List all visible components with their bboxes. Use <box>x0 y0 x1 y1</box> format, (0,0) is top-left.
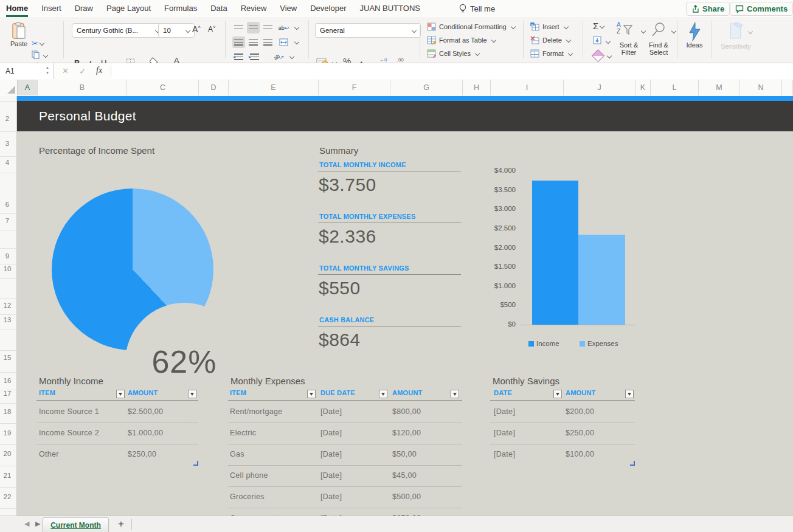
filter-dropdown-button[interactable] <box>553 390 562 398</box>
menu-item-developer[interactable]: Developer <box>310 0 346 17</box>
column-header-N[interactable]: N <box>740 80 782 95</box>
table-cell[interactable]: $120,00 <box>392 423 421 444</box>
align-top-button[interactable] <box>232 22 245 33</box>
table-cell[interactable]: $50,00 <box>392 444 417 465</box>
table-cell[interactable]: Gas <box>230 444 244 465</box>
enter-icon[interactable]: ✓ <box>79 66 86 76</box>
table-row[interactable]: Other$250,00 <box>36 444 198 465</box>
table-cell[interactable]: $1.000,00 <box>128 423 163 444</box>
filter-dropdown-button[interactable] <box>307 390 316 398</box>
column-header-M[interactable]: M <box>699 80 740 95</box>
conditional-formatting-button[interactable]: Conditional Formatting <box>427 22 515 31</box>
row-header-6[interactable]: 6 <box>0 201 15 208</box>
copy-chevron[interactable] <box>43 53 48 58</box>
table-row[interactable]: Income Source 2$1.000,00 <box>36 423 198 444</box>
table-row[interactable]: Groceries[Date]$500,00 <box>228 486 462 508</box>
row-header-22[interactable]: 22 <box>0 493 15 500</box>
filter-dropdown-button[interactable] <box>451 390 459 398</box>
table-row[interactable]: Gas[Date]$50,00 <box>228 444 462 466</box>
name-box[interactable]: A1 ▲▼ <box>0 63 54 79</box>
decrease-font-icon[interactable]: A˅ <box>208 24 216 33</box>
row-header-17[interactable]: 17 <box>0 390 15 397</box>
table-cell[interactable]: $2.500,00 <box>128 401 163 423</box>
row-header-18[interactable]: 18 <box>0 408 15 415</box>
table-cell[interactable]: [Date] <box>494 444 515 465</box>
table-row[interactable]: Electric[Date]$120,00 <box>228 423 462 444</box>
align-center-button[interactable] <box>247 36 260 48</box>
wrap-text-chevron[interactable] <box>294 25 299 30</box>
row-header-4[interactable]: 4 <box>0 159 15 166</box>
format-as-table-button[interactable]: Format as Table <box>427 36 496 44</box>
filter-dropdown-button[interactable] <box>188 390 196 398</box>
table-cell[interactable]: [Date] <box>494 401 515 423</box>
number-format-select[interactable]: General <box>315 23 421 38</box>
table-cell[interactable]: Car payment <box>230 508 275 516</box>
wrap-text-button[interactable]: ab↩ <box>277 22 290 33</box>
table-cell[interactable]: Income Source 1 <box>39 401 99 423</box>
column-header-H[interactable]: H <box>463 80 491 95</box>
paste-button[interactable]: Paste <box>7 22 30 47</box>
align-right-button[interactable] <box>261 36 274 48</box>
formula-input[interactable] <box>111 63 793 79</box>
table-cell[interactable]: Electric <box>230 423 256 444</box>
table-cell[interactable]: [Date] <box>320 508 342 516</box>
table-cell[interactable]: [Date] <box>320 423 342 444</box>
decrease-indent-button[interactable]: ◂ <box>232 51 245 63</box>
column-header-K[interactable]: K <box>635 80 651 95</box>
clear-chevron[interactable] <box>607 54 612 58</box>
banner[interactable]: Personal Budget <box>17 101 793 131</box>
format-cells-button[interactable]: Format <box>530 49 572 58</box>
delete-cells-button[interactable]: Delete <box>530 36 570 44</box>
table-row[interactable]: [Date]$100,00 <box>490 444 635 465</box>
sheet-area[interactable]: Personal Budget Percentage of Income Spe… <box>0 96 793 516</box>
table-cell[interactable]: $250,00 <box>128 444 156 465</box>
name-box-stepper[interactable]: ▲▼ <box>46 65 49 76</box>
row-header-10[interactable]: 10 <box>0 265 15 272</box>
copy-icon[interactable] <box>32 50 40 59</box>
menu-item-data[interactable]: Data <box>210 0 227 17</box>
row-header-3[interactable]: 3 <box>0 140 15 147</box>
row-header-2[interactable]: 2 <box>0 115 15 122</box>
row1-blue-band[interactable] <box>17 96 793 101</box>
table-cell[interactable]: $800,00 <box>392 401 421 423</box>
bar-income[interactable] <box>532 181 578 325</box>
menu-item-insert[interactable]: Insert <box>41 0 61 17</box>
table-row[interactable]: [Date]$200,00 <box>490 401 635 423</box>
column-header-D[interactable]: D <box>199 80 229 95</box>
fill-down-chevron[interactable] <box>606 39 611 44</box>
comments-button[interactable]: Comments <box>730 2 793 16</box>
summary-value[interactable]: $3.750 <box>319 174 376 195</box>
align-left-button[interactable] <box>232 36 245 48</box>
menu-item-formulas[interactable]: Formulas <box>164 0 197 17</box>
filter-dropdown-button[interactable] <box>116 390 125 398</box>
column-header-L[interactable]: L <box>651 80 699 95</box>
bar-expenses[interactable] <box>578 235 625 325</box>
add-sheet-button[interactable]: + <box>115 517 127 531</box>
table-row[interactable]: Car payment[Date]$273,00 <box>228 508 462 516</box>
prev-sheet-icon[interactable]: ◀ <box>24 520 29 528</box>
table-cell[interactable]: Income Source 2 <box>39 423 99 444</box>
menu-item-draw[interactable]: Draw <box>75 0 93 17</box>
table-cell[interactable]: Other <box>39 444 59 465</box>
tell-me[interactable]: Tell me <box>459 0 495 17</box>
column-header-F[interactable]: F <box>319 80 390 95</box>
table-cell[interactable]: Cell phone <box>230 465 268 486</box>
column-header-B[interactable]: B <box>38 80 127 95</box>
row-header-9[interactable]: 9 <box>0 252 15 260</box>
table-row[interactable]: Rent/mortgage[Date]$800,00 <box>228 401 462 423</box>
row-header-gutter[interactable]: 2346791012131516171819202122 <box>0 96 17 516</box>
sort-filter-button[interactable]: A Z Sort &Filter <box>613 22 645 56</box>
table-cell[interactable]: $200,00 <box>566 401 594 423</box>
align-middle-button[interactable] <box>247 22 260 33</box>
menu-item-home[interactable]: Home <box>6 0 28 17</box>
fill-down-icon[interactable] <box>593 36 601 44</box>
merge-chevron[interactable] <box>294 40 299 44</box>
row-header-16[interactable]: 16 <box>0 377 15 384</box>
table-cell[interactable]: [Date] <box>320 465 342 486</box>
table-cell[interactable]: $100,00 <box>566 444 594 465</box>
cut-icon[interactable]: ✂ <box>32 39 44 48</box>
merge-center-button[interactable] <box>277 36 290 48</box>
row-header-21[interactable]: 21 <box>0 472 15 479</box>
row-header-20[interactable]: 20 <box>0 450 15 457</box>
donut-chart[interactable]: 62% <box>52 188 213 350</box>
